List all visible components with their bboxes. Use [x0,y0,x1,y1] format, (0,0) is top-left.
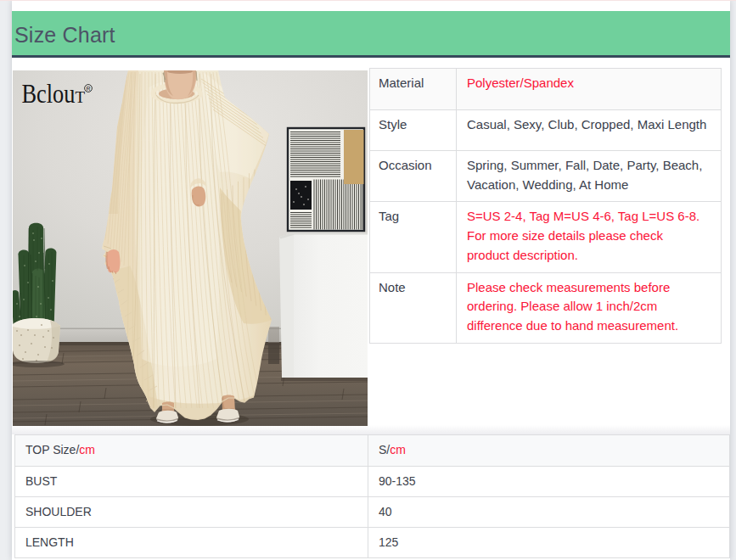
svg-text:Bclou: Bclou [22,80,76,109]
svg-text:R: R [86,86,90,92]
svg-text:T: T [76,88,86,106]
